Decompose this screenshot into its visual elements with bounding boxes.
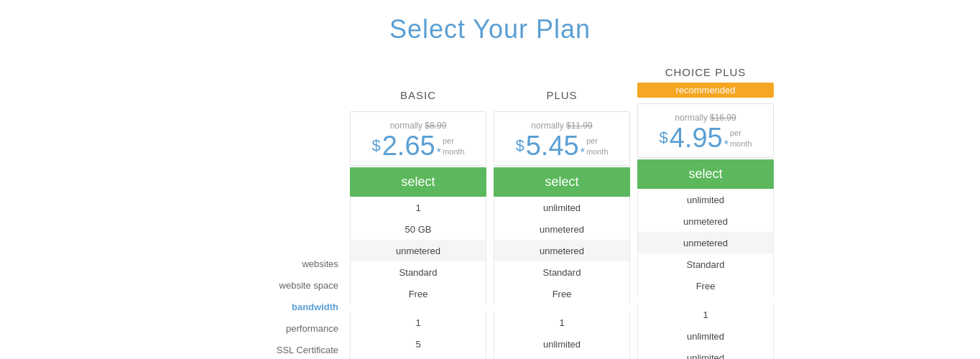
- plan-choice-amount: 4.95: [670, 124, 723, 151]
- plan-basic-suffix: permonth: [443, 136, 465, 157]
- plan-basic-normally: normally $8.99: [358, 121, 479, 131]
- plan-choice-price-box: normally $16.99 $ 4.95 * permonth: [637, 103, 774, 158]
- basic-feat-websites: 1: [350, 197, 486, 218]
- plan-plus-name: PLUS: [494, 89, 630, 101]
- plan-choice-name: CHOICE PLUS: [637, 66, 774, 78]
- choice-feat-parked: unlimited: [637, 325, 774, 347]
- basic-feat-parked: 5: [350, 333, 486, 355]
- plan-plus-price-main: $ 5.45 * permonth: [501, 132, 622, 159]
- choice-feat-ssl: Free: [637, 275, 774, 297]
- plus-spacer-1: [494, 304, 630, 312]
- choice-feat-bandwidth: unmetered: [637, 232, 774, 253]
- plans-container: BASIC normally $8.99 $ 2.65 * permonth s…: [350, 66, 774, 359]
- feature-label-bandwidth: bandwidth: [206, 296, 338, 317]
- choice-feat-performance: Standard: [637, 253, 774, 275]
- plus-feat-sub: unlimited: [494, 355, 630, 359]
- plan-plus-select-button[interactable]: select: [494, 167, 630, 197]
- choice-feat-websites: unlimited: [637, 189, 774, 210]
- plan-plus-price-box: normally $11.99 $ 5.45 * permonth: [494, 111, 630, 166]
- plan-basic-price-main: $ 2.65 * permonth: [358, 132, 479, 159]
- plus-feat-parked: unlimited: [494, 333, 630, 355]
- choice-spacer-1: [637, 297, 774, 304]
- feature-label-website-space: website space: [206, 274, 338, 296]
- plan-choice-original-price: $16.99: [710, 113, 736, 123]
- basic-feat-space: 50 GB: [350, 218, 486, 240]
- basic-feat-ssl: Free: [350, 283, 486, 304]
- choice-feat-space: unmetered: [637, 210, 774, 232]
- recommended-badge: recommended: [637, 83, 774, 98]
- basic-feat-sub: 25: [350, 355, 486, 359]
- page-title: Select Your Plan: [109, 14, 871, 45]
- plan-plus: PLUS normally $11.99 $ 5.45 * permonth s…: [494, 66, 630, 359]
- plan-basic-header: BASIC: [350, 66, 486, 111]
- plan-basic-select-button[interactable]: select: [350, 167, 486, 197]
- feature-label-performance: performance: [206, 317, 338, 339]
- plan-choice-suffix: permonth: [730, 128, 752, 149]
- plus-feat-bandwidth: unmetered: [494, 240, 630, 261]
- plan-plus-original-price: $11.99: [566, 121, 593, 131]
- plus-feat-inc-domains: 1: [494, 312, 630, 333]
- choice-feat-sub: unlimited: [637, 347, 774, 359]
- plan-choice-asterisk: *: [724, 139, 729, 151]
- plan-plus-normally: normally $11.99: [501, 121, 622, 131]
- basic-feat-bandwidth: unmetered: [350, 240, 486, 261]
- plus-feat-performance: Standard: [494, 261, 630, 283]
- plan-choice-price-main: $ 4.95 * permonth: [645, 124, 766, 151]
- plan-choice-plus: CHOICE PLUS recommended normally $16.99 …: [637, 66, 774, 359]
- plan-basic-asterisk: *: [437, 146, 441, 159]
- plan-plus-asterisk: *: [581, 146, 585, 159]
- plan-basic-price-box: normally $8.99 $ 2.65 * permonth: [350, 111, 486, 166]
- plan-basic-original-price: $8.99: [425, 121, 446, 131]
- plan-choice-select-button[interactable]: select: [637, 159, 774, 189]
- plans-layout: websites website space bandwidth perform…: [109, 66, 871, 359]
- plan-basic-name: BASIC: [350, 89, 486, 101]
- plus-feat-websites: unlimited: [494, 197, 630, 218]
- plan-choice-header: CHOICE PLUS recommended: [637, 66, 774, 103]
- plan-plus-header: PLUS: [494, 66, 630, 111]
- feature-labels: websites website space bandwidth perform…: [206, 66, 350, 359]
- plan-choice-normally: normally $16.99: [645, 113, 766, 123]
- plan-basic-dollar: $: [371, 136, 380, 155]
- feature-label-websites: websites: [206, 253, 338, 274]
- plan-plus-amount: 5.45: [526, 132, 579, 159]
- plan-basic-amount: 2.65: [382, 132, 435, 159]
- choice-feat-inc-domains: 1: [637, 304, 774, 325]
- feature-label-ssl: SSL Certificate: [206, 339, 338, 359]
- basic-feat-inc-domains: 1: [350, 312, 486, 333]
- plan-choice-dollar: $: [659, 129, 667, 147]
- plan-plus-dollar: $: [515, 136, 524, 155]
- plan-basic: BASIC normally $8.99 $ 2.65 * permonth s…: [350, 66, 486, 359]
- basic-feat-performance: Standard: [350, 261, 486, 283]
- plus-feat-ssl: Free: [494, 283, 630, 304]
- plus-feat-space: unmetered: [494, 218, 630, 240]
- plan-plus-suffix: permonth: [586, 136, 609, 157]
- basic-spacer-1: [350, 304, 486, 312]
